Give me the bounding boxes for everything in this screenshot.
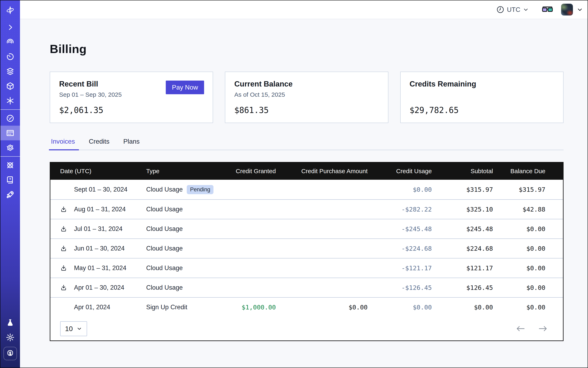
book-sparkle-icon[interactable] xyxy=(0,173,20,187)
cube-icon[interactable] xyxy=(0,79,20,93)
invoice-type: Cloud Usage xyxy=(146,186,183,193)
table-row: Apr 01, 2024Sign Up Credit$1,000.00$0.00… xyxy=(50,297,563,317)
billing-tabs: Invoices Credits Plans xyxy=(50,138,563,150)
billing-card-icon[interactable] xyxy=(0,126,20,140)
page-title: Billing xyxy=(50,42,588,56)
billing-page: UTC Billing xyxy=(0,0,588,368)
rocket-icon[interactable] xyxy=(0,187,20,202)
gauge-icon[interactable] xyxy=(0,111,20,126)
subtotal-cell: $315.97 xyxy=(437,186,498,193)
orbit-logo-icon[interactable] xyxy=(0,0,20,20)
card-title: Current Balance xyxy=(234,80,379,88)
tab-plans[interactable]: Plans xyxy=(122,138,141,150)
recent-bill-card: Recent Bill Sep 01 – Sep 30, 2025 $2,061… xyxy=(50,72,213,123)
current-balance-amount: $861.35 xyxy=(234,105,379,115)
gear-icon[interactable] xyxy=(0,140,20,155)
page-size-value: 10 xyxy=(65,325,73,333)
subtotal-cell: $126.45 xyxy=(437,284,498,291)
invoice-type: Cloud Usage xyxy=(146,245,183,252)
column-header: Credit Usage xyxy=(372,168,437,175)
timer-icon[interactable] xyxy=(0,49,20,64)
chevron-down-icon xyxy=(76,326,82,331)
invoice-date: Apr 01 – 30, 2024 xyxy=(74,284,124,291)
sun-icon[interactable] xyxy=(0,330,20,345)
credit-usage-cell: $0.00 xyxy=(372,186,437,193)
table-row: May 01 – 31, 2024Cloud Usage-$121.17$121… xyxy=(50,258,563,278)
summary-cards: Recent Bill Sep 01 – Sep 30, 2025 $2,061… xyxy=(50,72,563,123)
table-row: Aug 01 – 31, 2024Cloud Usage-$282.22$325… xyxy=(50,199,563,219)
subtotal-cell: $0.00 xyxy=(437,304,498,311)
timezone-selector[interactable]: UTC xyxy=(496,6,529,14)
subtotal-cell: $245.48 xyxy=(437,225,498,232)
clock-icon xyxy=(496,6,504,14)
avatar[interactable] xyxy=(561,4,573,16)
main-area: UTC Billing xyxy=(20,0,588,368)
credit-usage-cell: -$126.45 xyxy=(372,284,437,291)
tab-credits[interactable]: Credits xyxy=(88,138,110,150)
invoice-date: Jun 01 – 30, 2024 xyxy=(74,245,125,252)
invoice-type-cell: Cloud Usage xyxy=(146,225,228,232)
balance-due-cell: $0.00 xyxy=(498,264,563,272)
subtotal-cell: $224.68 xyxy=(437,245,498,252)
dollar-badge-button[interactable] xyxy=(0,345,20,362)
next-page-icon[interactable] xyxy=(538,326,548,332)
tab-invoices[interactable]: Invoices xyxy=(50,138,76,150)
credits-remaining-card: Credits Remaining $29,782.65 xyxy=(400,72,563,123)
invoice-date-cell: Apr 01 – 30, 2024 xyxy=(50,284,146,291)
invoice-date-cell: Jul 01 – 31, 2024 xyxy=(50,225,146,232)
invoice-date-cell: Sept 01 – 30, 2024 xyxy=(50,186,146,193)
chevron-right-icon[interactable] xyxy=(0,20,20,35)
download-invoice-icon[interactable] xyxy=(60,265,74,272)
invoice-type: Sign Up Credit xyxy=(146,304,187,311)
balance-due-cell: $0.00 xyxy=(498,304,563,311)
invoice-type: Cloud Usage xyxy=(146,206,183,213)
table-footer: 10 xyxy=(50,317,563,340)
column-header: Credit Granted xyxy=(228,168,281,175)
iris-icon[interactable] xyxy=(0,35,20,49)
download-invoice-icon[interactable] xyxy=(60,245,74,252)
download-invoice-icon[interactable] xyxy=(60,225,74,232)
helm-icon[interactable] xyxy=(0,158,20,173)
balance-due-cell: $0.00 xyxy=(498,225,563,232)
column-header: Type xyxy=(146,168,228,175)
current-balance-card: Current Balance As of Oct 15, 2025 $861.… xyxy=(225,72,388,123)
credit-granted-cell: $1,000.00 xyxy=(228,304,281,311)
layers-icon[interactable] xyxy=(0,64,20,79)
flask-icon[interactable] xyxy=(0,315,20,330)
previous-page-icon[interactable] xyxy=(516,326,525,332)
credit-usage-cell: -$282.22 xyxy=(372,206,437,213)
credit-usage-cell: $0.00 xyxy=(372,304,437,311)
subtotal-cell: $121.17 xyxy=(437,264,498,272)
table-row: Apr 01 – 30, 2024Cloud Usage-$126.45$126… xyxy=(50,278,563,297)
balance-due-cell: $0.00 xyxy=(498,245,563,252)
download-invoice-icon[interactable] xyxy=(60,206,74,213)
invoice-type-cell: Cloud UsagePending xyxy=(146,185,228,194)
recent-bill-amount: $2,061.35 xyxy=(59,105,204,115)
table-body: Sept 01 – 30, 2024Cloud UsagePending$0.0… xyxy=(50,180,563,317)
invoice-date: Aug 01 – 31, 2024 xyxy=(74,206,126,213)
table-row: Jun 01 – 30, 2024Cloud Usage-$224.68$224… xyxy=(50,239,563,258)
invoice-type: Cloud Usage xyxy=(146,284,183,291)
page-size-select[interactable]: 10 xyxy=(60,321,87,336)
pay-now-button[interactable]: Pay Now xyxy=(166,81,204,94)
sidebar xyxy=(0,0,20,368)
chevron-down-icon[interactable] xyxy=(577,6,583,13)
invoice-date: Apr 01, 2024 xyxy=(74,304,110,311)
invoice-date-cell: May 01 – 31, 2024 xyxy=(50,264,146,272)
column-header: Balance Due xyxy=(498,168,563,175)
invoice-type-cell: Cloud Usage xyxy=(146,264,228,272)
topbar: UTC xyxy=(20,0,588,19)
credit-usage-cell: -$121.17 xyxy=(372,264,437,272)
credit-usage-cell: -$245.48 xyxy=(372,225,437,232)
pagination xyxy=(516,326,548,332)
column-header: Subtotal xyxy=(437,168,498,175)
invoice-date-cell: Aug 01 – 31, 2024 xyxy=(50,206,146,213)
chevron-down-icon xyxy=(523,7,529,13)
card-title: Credits Remaining xyxy=(410,80,554,88)
3d-glasses-icon[interactable] xyxy=(542,6,553,13)
invoice-type: Cloud Usage xyxy=(146,225,183,232)
credit-usage-cell: -$224.68 xyxy=(372,245,437,252)
download-invoice-icon[interactable] xyxy=(60,284,74,291)
asterisk-icon[interactable] xyxy=(0,93,20,108)
balance-due-cell: $42.88 xyxy=(498,206,563,213)
